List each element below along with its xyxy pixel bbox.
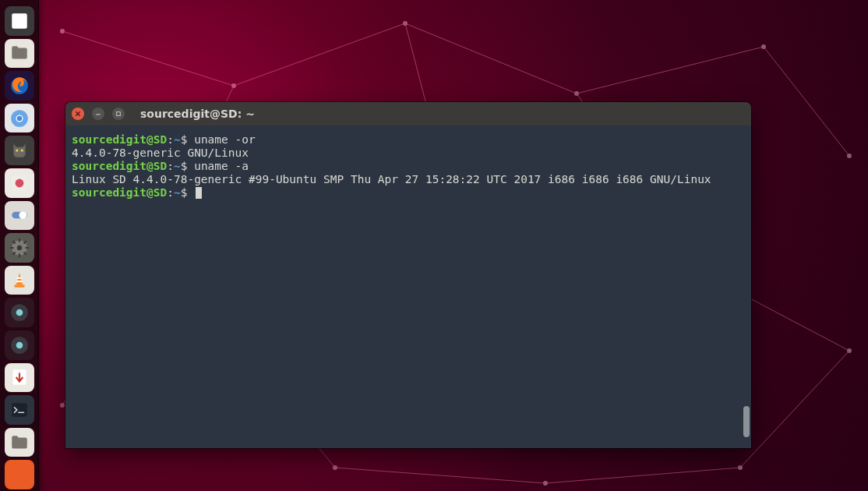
prompt-user-host: sourcedigit@SD xyxy=(72,160,167,172)
svg-point-19 xyxy=(333,465,337,470)
svg-line-0 xyxy=(62,31,234,86)
svg-rect-27 xyxy=(12,13,27,29)
terminal-window: sourcedigit@SD: ~ sourcedigit@SD:~$ unam… xyxy=(65,102,751,448)
svg-point-32 xyxy=(16,150,18,152)
svg-point-44 xyxy=(16,309,23,316)
svg-rect-50 xyxy=(117,112,121,116)
transmission-icon[interactable] xyxy=(5,363,34,393)
toggle-icon[interactable] xyxy=(5,201,34,231)
svg-point-15 xyxy=(403,21,408,26)
prompt-user-host: sourcedigit@SD xyxy=(72,133,167,146)
svg-line-3 xyxy=(577,47,764,94)
svg-line-10 xyxy=(740,351,849,468)
app-icon[interactable] xyxy=(5,168,34,198)
svg-rect-42 xyxy=(16,281,23,282)
terminal-prompt-line: sourcedigit@SD:~$ uname -a xyxy=(72,160,746,173)
system-settings-icon[interactable] xyxy=(5,233,34,263)
prompt-user-host: sourcedigit@SD xyxy=(72,186,167,199)
svg-point-14 xyxy=(231,83,236,88)
scrollbar-thumb[interactable] xyxy=(743,406,750,437)
firefox-icon[interactable] xyxy=(5,71,34,101)
terminal-icon[interactable] xyxy=(5,395,34,425)
terminal-prompt-line: sourcedigit@SD:~$ xyxy=(72,186,746,200)
vlc-icon[interactable] xyxy=(5,266,34,295)
svg-line-8 xyxy=(335,468,545,483)
files-icon[interactable] xyxy=(5,39,34,69)
prompt-path: ~ xyxy=(174,186,181,199)
launcher-dock xyxy=(0,0,39,491)
minimize-icon[interactable] xyxy=(92,108,104,120)
files3-icon[interactable] xyxy=(5,428,34,457)
terminal-output-line: 4.4.0-78-generic GNU/Linux xyxy=(72,147,746,160)
svg-point-24 xyxy=(60,403,65,408)
terminal-output-line: Linux SD 4.4.0-78-generic #99-Ubuntu SMP… xyxy=(72,173,746,186)
maximize-icon[interactable] xyxy=(112,108,125,120)
svg-line-4 xyxy=(764,47,849,156)
svg-point-31 xyxy=(16,115,22,121)
svg-rect-48 xyxy=(12,403,27,416)
close-icon[interactable] xyxy=(72,108,84,120)
drive-icon[interactable] xyxy=(5,460,34,489)
svg-rect-49 xyxy=(12,467,27,482)
window-titlebar[interactable]: sourcedigit@SD: ~ xyxy=(65,102,751,125)
svg-line-1 xyxy=(234,23,405,86)
chromium-icon[interactable] xyxy=(5,104,34,133)
svg-point-21 xyxy=(738,465,743,470)
privacy-icon[interactable] xyxy=(5,298,34,327)
svg-point-33 xyxy=(20,150,23,152)
terminal-body[interactable]: sourcedigit@SD:~$ uname -or4.4.0-78-gene… xyxy=(65,125,751,448)
cursor-block xyxy=(196,187,202,199)
svg-point-26 xyxy=(847,348,852,353)
svg-rect-40 xyxy=(14,284,24,287)
svg-point-37 xyxy=(19,211,26,219)
svg-line-2 xyxy=(405,23,577,94)
gimp-icon[interactable] xyxy=(5,136,34,165)
svg-point-16 xyxy=(574,91,579,96)
svg-rect-41 xyxy=(16,277,22,278)
dash-icon[interactable] xyxy=(5,6,34,36)
prompt-path: ~ xyxy=(174,133,181,146)
command-text: uname -a xyxy=(194,160,249,172)
command-text: uname -or xyxy=(194,133,256,146)
privacy2-icon[interactable] xyxy=(5,330,34,360)
prompt-path: ~ xyxy=(174,160,181,172)
svg-point-25 xyxy=(847,154,852,158)
svg-point-35 xyxy=(15,178,23,187)
svg-line-9 xyxy=(545,468,740,483)
svg-point-17 xyxy=(761,44,766,49)
svg-point-20 xyxy=(543,481,548,486)
terminal-prompt-line: sourcedigit@SD:~$ uname -or xyxy=(72,133,746,147)
window-title: sourcedigit@SD: ~ xyxy=(140,108,255,120)
svg-point-46 xyxy=(16,341,23,348)
svg-point-39 xyxy=(16,246,22,251)
svg-point-23 xyxy=(60,29,65,34)
scrollbar[interactable] xyxy=(743,125,750,448)
